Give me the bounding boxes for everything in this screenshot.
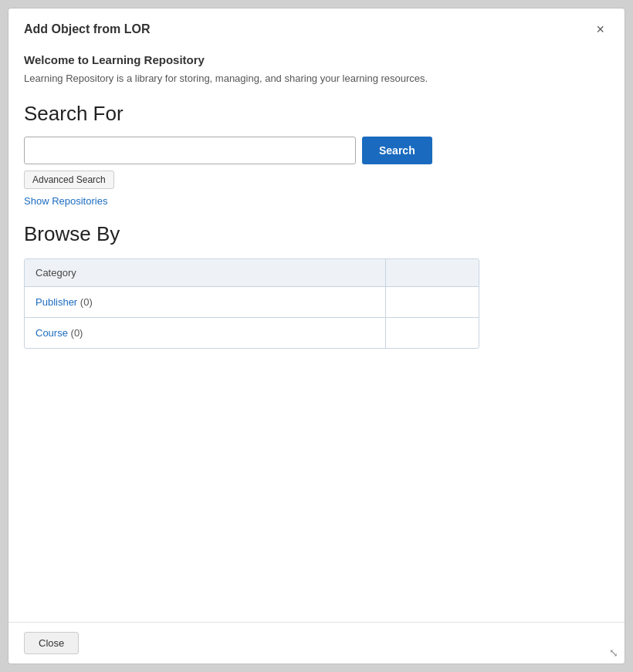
publisher-link[interactable]: Publisher [36, 296, 77, 308]
dialog-title: Add Object from LOR [24, 22, 151, 36]
dialog: Add Object from LOR × Welcome to Learnin… [8, 8, 625, 664]
browse-table-course-value [386, 318, 479, 348]
show-repositories-link[interactable]: Show Repositories [24, 195, 107, 207]
dialog-close-icon-button[interactable]: × [591, 21, 609, 38]
browse-table-publisher-cell: Publisher (0) [25, 287, 386, 317]
welcome-description: Learning Repository is a library for sto… [24, 71, 609, 86]
search-input[interactable] [24, 137, 356, 164]
close-button[interactable]: Close [24, 632, 79, 654]
resize-handle-icon: ⤡ [609, 647, 618, 659]
dialog-wrapper: Add Object from LOR × Welcome to Learnin… [0, 0, 633, 672]
browse-table-category-header: Category [25, 259, 386, 286]
course-link[interactable]: Course [36, 327, 68, 339]
search-button[interactable]: Search [362, 137, 432, 164]
search-section-heading: Search For [24, 102, 609, 126]
table-row: Publisher (0) [25, 287, 479, 318]
search-row: Search [24, 137, 609, 164]
browse-section-heading: Browse By [24, 222, 609, 246]
publisher-count: (0) [80, 296, 93, 308]
advanced-search-row: Advanced Search [24, 171, 609, 189]
welcome-heading: Welcome to Learning Repository [24, 53, 609, 66]
browse-table-course-cell: Course (0) [25, 318, 386, 348]
browse-table: Category Publisher (0) Course (0) [24, 258, 479, 349]
table-row: Course (0) [25, 318, 479, 348]
dialog-header: Add Object from LOR × [8, 8, 625, 47]
browse-table-value-header [386, 259, 479, 286]
course-count: (0) [71, 327, 83, 339]
dialog-footer: Close ⤡ [8, 622, 625, 664]
browse-table-publisher-value [386, 287, 479, 317]
browse-table-header: Category [25, 259, 479, 287]
advanced-search-button[interactable]: Advanced Search [24, 171, 114, 189]
dialog-body: Welcome to Learning Repository Learning … [8, 47, 625, 622]
